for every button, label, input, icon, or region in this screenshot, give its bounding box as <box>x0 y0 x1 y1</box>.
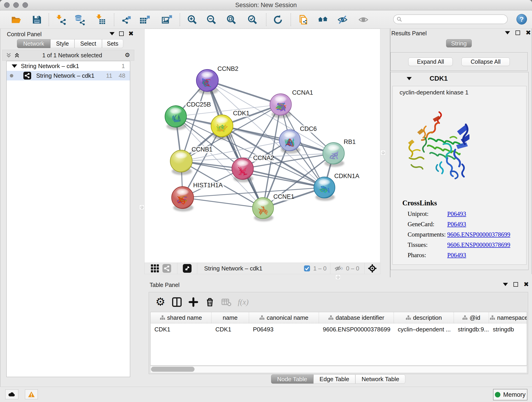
table-hscrollbar-thumb[interactable] <box>151 367 195 372</box>
tab-select[interactable]: Select <box>75 39 102 48</box>
results-panel-float-icon[interactable] <box>515 31 520 35</box>
warnings-button[interactable] <box>25 389 38 399</box>
help-button[interactable]: ? <box>516 14 527 25</box>
table-settings-gear-icon[interactable]: ⚙ <box>155 297 165 307</box>
select-columns-icon[interactable] <box>172 297 182 307</box>
birdseye-grid-icon[interactable] <box>151 264 159 273</box>
graph-node-CCNA1[interactable] <box>270 94 291 118</box>
column-header-description[interactable]: description <box>394 312 454 323</box>
table-row[interactable]: CDK1CDK1P064939606.ENSP00000378699cyclin… <box>151 323 527 336</box>
tab-network[interactable]: Network <box>17 39 51 48</box>
delete-column-icon[interactable] <box>205 297 215 307</box>
search-input[interactable] <box>402 16 507 22</box>
left-splitter[interactable] <box>135 29 144 379</box>
graph-edge-CDK1-RB1[interactable] <box>222 126 334 153</box>
export-table-icon[interactable] <box>139 14 151 26</box>
add-column-icon[interactable] <box>188 297 198 307</box>
column-header-name[interactable]: name <box>211 312 249 323</box>
open-folder-icon[interactable] <box>10 14 22 26</box>
column-header-shared-name[interactable]: shared name <box>151 312 211 323</box>
network-canvas[interactable]: CCNB2CCNA1CDC25BCDK1CDC6RB1CCNB1CCNA2CDK… <box>145 29 380 263</box>
graph-node-CDC6[interactable] <box>279 130 300 153</box>
network-view: CCNB2CCNA1CDC25BCDK1CDC6RB1CCNB1CCNA2CDK… <box>144 29 380 274</box>
results-panel-menu-icon[interactable] <box>505 31 510 34</box>
graph-node-CDC25B[interactable] <box>165 106 186 130</box>
table-panel: Table Panel ✖ ⚙ <box>144 280 532 387</box>
export-image-icon[interactable] <box>161 14 172 26</box>
refresh-icon[interactable] <box>272 14 284 26</box>
tab-network-table[interactable]: Network Table <box>355 375 405 384</box>
import-database-icon[interactable] <box>74 14 85 26</box>
copy-session-icon[interactable] <box>298 14 309 26</box>
graph-node-CCNB2[interactable] <box>196 70 218 94</box>
import-network-icon[interactable] <box>55 14 67 26</box>
table-panel-close-icon[interactable]: ✖ <box>524 282 529 287</box>
graph-node-CDK1[interactable] <box>211 115 233 140</box>
selected-checkbox-icon[interactable] <box>304 265 310 272</box>
import-table-icon[interactable] <box>95 14 107 26</box>
crosslink-link[interactable]: 9606.ENSP00000378699 <box>447 231 510 238</box>
left-splitter-handle[interactable] <box>139 205 144 210</box>
collapse-all-icon[interactable] <box>6 52 12 58</box>
graph-node-CCNB1[interactable] <box>170 150 192 175</box>
collapse-all-button[interactable]: Collapse All <box>462 57 510 66</box>
graph-node-CCNE1[interactable] <box>253 198 273 221</box>
show-view-icon[interactable] <box>357 14 369 26</box>
table-panel-menu-icon[interactable] <box>503 283 508 286</box>
graph-node-HIST1H1A[interactable] <box>172 186 194 211</box>
zoom-out-icon[interactable] <box>205 14 217 26</box>
fit-crosshair-icon[interactable] <box>368 264 377 273</box>
zoom-fit-icon[interactable] <box>225 14 237 26</box>
crosslinks-section: CrossLinks Uniprot:P06493GeneCard:P06493… <box>402 199 510 259</box>
column-header-namespace[interactable]: namespace <box>489 312 527 323</box>
open-in-window-icon[interactable] <box>183 264 191 273</box>
home-layout-icon[interactable] <box>317 14 329 26</box>
graph-node-RB1[interactable] <box>323 143 344 167</box>
table-hscrollbar[interactable] <box>150 366 527 373</box>
network-collection-row[interactable]: String Network – cdk1 1 <box>7 61 130 71</box>
zoom-selected-icon[interactable] <box>246 14 258 26</box>
table-panel-float-icon[interactable] <box>513 282 518 287</box>
control-panel-float-icon[interactable] <box>119 32 124 36</box>
crosslink-link[interactable]: P06493 <box>447 252 466 259</box>
cloud-button[interactable] <box>5 389 18 399</box>
column-header-canonical-name[interactable]: canonical name <box>249 312 319 323</box>
hide-view-icon[interactable] <box>336 14 348 26</box>
graph-node-CDKN1A[interactable] <box>314 177 335 201</box>
protein-section-header[interactable]: CDK1 <box>391 72 528 85</box>
right-splitter[interactable] <box>380 29 390 277</box>
export-network-icon[interactable] <box>121 14 133 26</box>
table-box: ⚙ <box>149 292 528 374</box>
network-list: String Network – cdk1 1 String Network –… <box>6 61 130 377</box>
column-type-icon <box>406 315 411 320</box>
graph-node-CCNA2[interactable] <box>232 158 253 182</box>
save-icon[interactable] <box>31 14 43 26</box>
expand-all-button[interactable]: Expand All <box>408 57 453 66</box>
tab-sets[interactable]: Sets <box>102 39 123 48</box>
results-panel-close-icon[interactable]: ✖ <box>526 31 531 35</box>
memory-button[interactable]: Memory <box>493 389 527 400</box>
crosslink-link[interactable]: P06493 <box>447 211 466 217</box>
control-panel-close-icon[interactable]: ✖ <box>128 32 133 36</box>
right-splitter-handle[interactable] <box>380 150 386 155</box>
tab-edge-table[interactable]: Edge Table <box>313 375 355 384</box>
protein-collapse-icon[interactable] <box>407 77 412 80</box>
tab-style[interactable]: Style <box>51 39 75 48</box>
column-type-icon <box>328 315 333 320</box>
column-header-database-identifier[interactable]: database identifier <box>319 312 394 323</box>
graph-edge-HIST1H1A-CCNE1[interactable] <box>183 198 263 208</box>
tab-node-table[interactable]: Node Table <box>271 375 313 384</box>
column-header-@id[interactable]: @id <box>454 312 489 323</box>
crosslink-link[interactable]: P06493 <box>447 221 466 228</box>
crosslink-link[interactable]: 9606.ENSP00000378699 <box>447 241 510 249</box>
zoom-in-icon[interactable] <box>186 14 198 26</box>
bottom-splitter-handle[interactable] <box>336 274 341 280</box>
graph-edge-CCNB2-CCNA1[interactable] <box>207 80 281 104</box>
control-panel-menu-icon[interactable] <box>109 32 114 35</box>
expand-all-icon[interactable] <box>14 52 20 58</box>
collection-expand-icon[interactable] <box>12 64 17 68</box>
network-options-gear-icon[interactable]: ⚙ <box>124 52 130 58</box>
network-share-icon[interactable] <box>162 264 171 273</box>
network-row[interactable]: String Network – cdk1 11 48 <box>7 71 130 80</box>
results-tab-string[interactable]: String <box>446 39 472 47</box>
